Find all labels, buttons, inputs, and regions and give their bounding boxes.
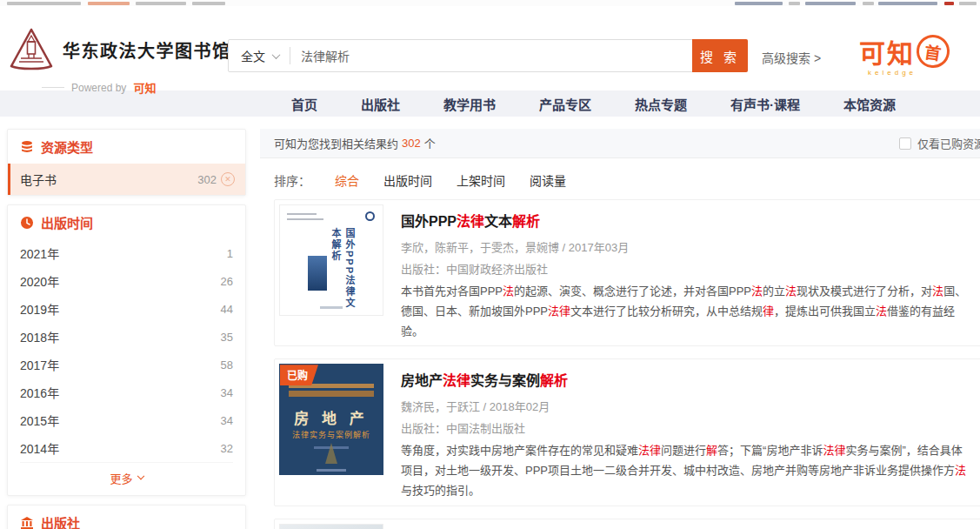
page-header: 华东政法大学图书馆 Powered by 可知 全文 搜 索 高级搜索 > 可知… xyxy=(0,6,980,90)
filter-title-publisher: 出版社 xyxy=(41,513,80,529)
keledge-logo[interactable]: 可知 首 keledge xyxy=(859,32,950,77)
topbar-cutoff xyxy=(0,0,980,6)
filter-item-count: 32 xyxy=(221,442,233,455)
filter-item-year[interactable]: 2020年 26 xyxy=(8,267,245,295)
cover-decor xyxy=(317,469,346,472)
nav-item-teaching-books[interactable]: 教学用书 xyxy=(443,95,496,113)
result-card: 国外PPP法律文本解析 国外PPP法律文本解析 李欣，陈新平，于雯杰，景婉博 /… xyxy=(274,199,980,346)
powered-by-brand: 可知 xyxy=(133,79,156,96)
book-title[interactable]: 国外PPP法律文本解析 xyxy=(401,210,968,231)
topbar-remnant xyxy=(789,2,800,5)
topbar-remnant xyxy=(192,2,225,5)
nav-item-hot-topics[interactable]: 热点专题 xyxy=(635,95,687,113)
result-card: 人身保险法律 实务解析 人身保险法律实务解析 恒安标准人寿保险有限公司法律部 /… xyxy=(274,519,980,529)
nav-item-library-resources[interactable]: 本馆资源 xyxy=(843,95,896,113)
sort-bar: 排序： 综合 出版时间 上架时间 阅读量 xyxy=(260,158,980,199)
sort-option-shelf-time[interactable]: 上架时间 xyxy=(457,171,505,189)
summary-prefix: 可知为您找到相关结果约 xyxy=(274,135,398,151)
sort-option-comprehensive[interactable]: 综合 xyxy=(335,171,359,189)
filter-card-resource-type: 资源类型 电子书 302 ✕ xyxy=(7,129,246,196)
cover-title-text: 房 地 产 xyxy=(280,406,383,428)
library-name: 华东政法大学图书馆 xyxy=(63,37,231,63)
book-description: 本书首先对各国PPP法的起源、演变、概念进行了论述，并对各国PPP法的立法现状及… xyxy=(401,282,968,341)
filter-item-year[interactable]: 2019年 44 xyxy=(8,295,245,323)
cover-subtitle-text: 法律实务与案例解析 xyxy=(280,429,383,440)
topbar-remnant xyxy=(944,2,954,5)
filter-title-pub-time: 出版时间 xyxy=(41,213,93,231)
filter-item-year[interactable]: 2021年 1 xyxy=(8,239,245,267)
chevron-down-icon xyxy=(272,50,281,59)
summary-suffix: 个 xyxy=(424,135,436,151)
filter-item-count: 26 xyxy=(221,275,233,288)
filter-title-resource-type: 资源类型 xyxy=(41,137,93,156)
filter-item-year[interactable]: 2017年 58 xyxy=(8,351,245,378)
clock-icon xyxy=(20,216,34,230)
filter-item-year[interactable]: 2018年 35 xyxy=(8,323,245,351)
topbar-remnant xyxy=(863,2,874,5)
sort-option-read-count[interactable]: 阅读量 xyxy=(530,171,566,189)
filter-item-count: 34 xyxy=(221,414,233,427)
nav-item-publishers[interactable]: 出版社 xyxy=(361,95,400,113)
remove-filter-icon[interactable]: ✕ xyxy=(221,172,235,186)
sort-option-pub-time[interactable]: 出版时间 xyxy=(383,171,432,189)
filter-item-label: 电子书 xyxy=(20,171,57,188)
cover-decor xyxy=(287,213,317,215)
sort-label: 排序： xyxy=(274,171,310,189)
filter-item-count: 302 xyxy=(197,173,217,186)
more-label: 更多 xyxy=(110,470,132,486)
advanced-search-link[interactable]: 高级搜索 > xyxy=(762,49,821,66)
filter-item-year[interactable]: 2014年 32 xyxy=(8,434,245,462)
search-scope-value: 全文 xyxy=(241,47,265,64)
filter-item-label: 2014年 xyxy=(20,439,59,457)
library-logo[interactable]: 华东政法大学图书馆 xyxy=(9,27,231,72)
summary-count: 302 xyxy=(402,137,421,150)
filter-item-count: 35 xyxy=(221,331,233,344)
filter-item-count: 44 xyxy=(221,303,233,316)
powered-by-label: Powered by xyxy=(71,82,126,94)
search-button[interactable]: 搜 索 xyxy=(692,39,748,72)
topbar-remnant xyxy=(959,2,977,5)
more-years-link[interactable]: 更多 xyxy=(20,462,233,495)
purchased-only-toggle[interactable]: 仅看已购资源 xyxy=(899,135,980,151)
filter-item-label: 2017年 xyxy=(20,356,59,373)
nav-item-home[interactable]: 首页 xyxy=(291,95,317,113)
filter-item-year[interactable]: 2015年 34 xyxy=(8,406,245,434)
search-bar: 全文 搜 索 xyxy=(228,39,748,72)
cover-title-text: 国外PPP法律文本解析 xyxy=(329,228,357,315)
filter-item-label: 2016年 xyxy=(20,384,59,401)
filter-item-count: 58 xyxy=(221,358,233,372)
filter-item-label: 2018年 xyxy=(20,328,59,345)
topbar-remnant xyxy=(878,2,937,5)
results-summary-bar: 可知为您找到相关结果约 302 个 仅看已购资源 xyxy=(260,129,980,158)
result-card: 已购 房 地 产 法律实务与案例解析 房地产法律实务与案例解析 魏济民，于跃江 … xyxy=(274,358,980,506)
nav-item-product-zone[interactable]: 产品专区 xyxy=(539,95,591,113)
keledge-logo-text: 可知 xyxy=(859,32,915,70)
book-publisher: 出版社：中国财政经济出版社 xyxy=(401,260,968,277)
cover-decor xyxy=(320,306,343,309)
cover-decor xyxy=(289,391,374,397)
book-authors: 李欣，陈新平，于雯杰，景婉博 / 2017年03月 xyxy=(401,238,968,255)
purchased-only-checkbox[interactable] xyxy=(899,137,911,150)
filter-item-count: 34 xyxy=(221,386,233,399)
topbar-remnant xyxy=(735,2,783,5)
building-icon xyxy=(20,516,34,529)
book-authors: 魏济民，于跃江 / 2018年02月 xyxy=(401,398,968,414)
filter-item-label: 2019年 xyxy=(20,300,59,318)
book-cover[interactable]: 已购 房 地 产 法律实务与案例解析 xyxy=(279,364,383,475)
nav-item-audiobooks-courses[interactable]: 有声书·课程 xyxy=(730,95,800,113)
filter-item-ebook[interactable]: 电子书 302 ✕ xyxy=(8,164,245,195)
filter-item-count: 1 xyxy=(227,247,233,260)
search-input[interactable] xyxy=(290,49,692,63)
book-cover[interactable]: 人身保险法律 实务解析 xyxy=(279,524,383,529)
filter-item-year[interactable]: 2016年 34 xyxy=(8,378,245,406)
cover-publisher-logo-icon xyxy=(365,211,375,221)
cover-decor xyxy=(287,218,323,220)
filter-item-label: 2020年 xyxy=(20,272,59,290)
search-scope-dropdown[interactable]: 全文 xyxy=(229,47,290,64)
cover-decor xyxy=(325,443,337,464)
topbar-remnant xyxy=(7,2,81,5)
powered-by: Powered by 可知 xyxy=(42,79,156,96)
book-title[interactable]: 房地产法律实务与案例解析 xyxy=(401,369,968,390)
book-cover[interactable]: 国外PPP法律文本解析 xyxy=(279,204,383,316)
filter-card-pub-time: 出版时间 2021年 1 2020年 26 2019年 44 2018年 35 … xyxy=(7,204,246,496)
